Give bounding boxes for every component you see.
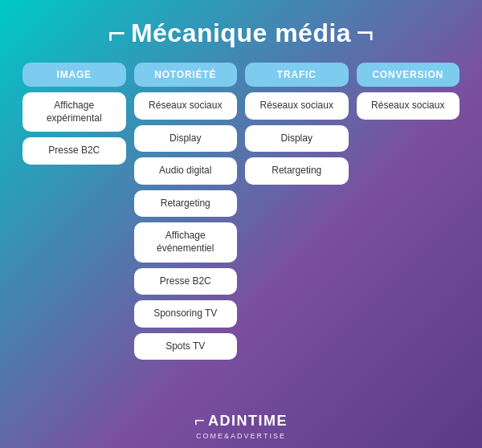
card-item: Spots TV <box>134 333 238 360</box>
card-item: Réseaux sociaux <box>245 92 349 120</box>
column-trafic: TRAFICRéseaux sociauxDisplayRetargeting <box>245 63 349 185</box>
footer: ⌐ ADINTIME COME&ADVERTISE <box>194 410 288 448</box>
card-item: Retargeting <box>134 190 238 218</box>
column-header-conversion: CONVERSION <box>357 63 460 87</box>
column-header-trafic: TRAFIC <box>245 63 349 87</box>
footer-logo: ⌐ ADINTIME <box>194 410 288 431</box>
bracket-right-icon: ¬ <box>356 18 374 48</box>
column-header-image: IMAGE <box>22 63 126 87</box>
page-title: ⌐ Mécanique média ¬ <box>108 18 374 48</box>
card-item: Display <box>245 125 349 153</box>
bracket-left-icon: ⌐ <box>108 18 126 48</box>
card-item: Réseaux sociaux <box>357 92 460 120</box>
footer-logo-name: ADINTIME <box>208 413 288 430</box>
card-item: Display <box>134 125 238 153</box>
card-item: Affichage expérimental <box>22 92 126 132</box>
card-item: Presse B2C <box>134 268 238 295</box>
card-item: Presse B2C <box>22 137 126 165</box>
card-item: Audio digital <box>134 157 238 185</box>
card-item: Retargeting <box>245 157 349 185</box>
columns-container: IMAGEAffichage expérimentalPresse B2CNOT… <box>0 63 482 360</box>
card-item: Affichage événementiel <box>134 222 238 262</box>
card-item: Sponsoring TV <box>134 300 238 328</box>
title-text: Mécanique média <box>131 18 351 48</box>
card-item: Réseaux sociaux <box>134 92 238 120</box>
footer-tagline: COME&ADVERTISE <box>196 432 286 440</box>
column-header-notoriete: NOTORIÉTÉ <box>134 63 238 87</box>
column-notoriete: NOTORIÉTÉRéseaux sociauxDisplayAudio dig… <box>134 63 238 360</box>
column-image: IMAGEAffichage expérimentalPresse B2C <box>22 63 126 165</box>
footer-bracket-icon: ⌐ <box>194 410 205 431</box>
column-conversion: CONVERSIONRéseaux sociaux <box>357 63 460 120</box>
